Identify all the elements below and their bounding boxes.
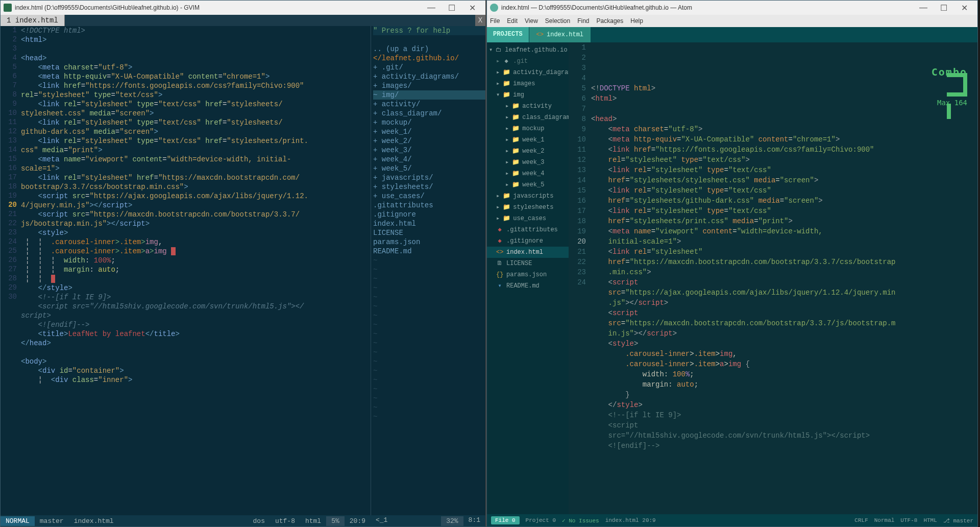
gvim-statusline: NORMAL master index.html dos utf-8 html … (1, 515, 485, 526)
netrw-item[interactable]: index.html (373, 219, 485, 228)
status-location[interactable]: index.html 20:9 (605, 517, 656, 523)
netrw-item[interactable]: LICENSE (373, 228, 485, 237)
tree-item[interactable]: ▸📁class_diagram (487, 112, 569, 123)
atom-menubar[interactable]: FileEditViewSelectionFindPackagesHelp (487, 15, 977, 27)
netrw-item[interactable]: + images/ (373, 81, 485, 90)
atom-tab-active[interactable]: <> index.html (529, 27, 591, 42)
tree-item[interactable]: ◆.gitignore (487, 235, 569, 247)
vim-encoding: utf-8 (270, 517, 300, 525)
tree-item[interactable]: ▸📁activity_diagrams (487, 67, 569, 78)
menu-item-selection[interactable]: Selection (545, 17, 570, 25)
menu-item-find[interactable]: Find (577, 17, 589, 25)
menu-item-file[interactable]: File (490, 17, 500, 25)
netrw-item[interactable]: + javascripts/ (373, 173, 485, 182)
atom-statusbar: File 0 Project 0 ✓ No Issues index.html … (487, 514, 977, 526)
netrw-item[interactable]: + activity_diagrams/ (373, 72, 485, 81)
combo-icon (947, 73, 967, 97)
projects-header: PROJECTS (487, 27, 529, 42)
atom-tabbar: PROJECTS <> index.html (487, 27, 977, 42)
tree-item[interactable]: ▾README.md (487, 280, 569, 292)
netrw-item[interactable]: README.md (373, 247, 485, 256)
netrw-item[interactable]: + week_5/ (373, 164, 485, 173)
atom-window-title: index.html — D:\off99555\Documents\GitHu… (501, 4, 692, 11)
close-button[interactable]: ✕ (954, 2, 974, 14)
gvim-tabline: 1 index.html X (1, 15, 485, 26)
netrw-item[interactable]: + week_3/ (373, 146, 485, 155)
tree-item[interactable]: ▸📁javascripts (487, 190, 569, 202)
status-encoding[interactable]: UTF-8 (900, 517, 917, 523)
tree-item[interactable]: {}params.json (487, 269, 569, 280)
netrw-item[interactable]: + week_4/ (373, 155, 485, 164)
vim-filetype: html (300, 517, 326, 525)
netrw-item[interactable]: ~ img/ (373, 90, 485, 100)
vim-filename: index.html (69, 517, 119, 525)
tree-item[interactable]: ▸📁week_2 (487, 146, 569, 157)
netrw-item[interactable]: params.json (373, 237, 485, 247)
vim-percent: 5% (326, 516, 345, 526)
gvim-tab[interactable]: 1 index.html (1, 15, 65, 26)
html-file-icon: <> (536, 31, 544, 38)
netrw-position: 8:1 (463, 516, 485, 526)
atom-window: index.html — D:\off99555\Documents\GitHu… (486, 0, 978, 527)
netrw-item[interactable]: + activity/ (373, 100, 485, 109)
gvim-editor[interactable]: <!DOCTYPE html><html><head> <meta charse… (21, 26, 371, 515)
menu-item-edit[interactable]: Edit (507, 17, 518, 25)
tree-item[interactable]: ▸📁images (487, 78, 569, 89)
netrw-item[interactable]: + mockup/ (373, 118, 485, 127)
maximize-button[interactable]: ☐ (934, 2, 954, 14)
gvim-window-title: index.html (D:\off99555\Documents\GitHub… (15, 4, 200, 11)
gvim-gutter: 1234567891011121314151617181920212223242… (1, 26, 21, 515)
tree-item[interactable]: ▸📁week_4 (487, 168, 569, 179)
tree-item[interactable]: <>index.html (487, 247, 569, 258)
netrw-item[interactable]: + week_2/ (373, 136, 485, 146)
tree-item[interactable]: ▸📁use_cases (487, 213, 569, 224)
atom-titlebar[interactable]: index.html — D:\off99555\Documents\GitHu… (487, 1, 977, 15)
tree-item[interactable]: ▸📁week_3 (487, 157, 569, 168)
gvim-titlebar[interactable]: index.html (D:\off99555\Documents\GitHub… (1, 1, 485, 15)
netrw-item[interactable]: + stylesheets/ (373, 182, 485, 191)
menu-item-packages[interactable]: Packages (597, 17, 624, 25)
netrw-item[interactable]: + week_1/ (373, 127, 485, 136)
atom-tree-view[interactable]: ▾🗀leafnet.github.io [master]▸◆.git▸📁acti… (487, 42, 569, 514)
maximize-button[interactable]: ☐ (442, 2, 462, 14)
status-vim-mode[interactable]: Normal (874, 517, 895, 523)
status-crlf[interactable]: CRLF (854, 517, 868, 523)
netrw-item[interactable]: + class_diagram/ (373, 109, 485, 118)
menu-item-help[interactable]: Help (630, 17, 643, 25)
netrw-item[interactable]: .gitignore (373, 210, 485, 219)
atom-app-icon (490, 4, 498, 12)
tree-item[interactable]: ▾📁img (487, 89, 569, 101)
tree-item[interactable]: 🗎LICENSE (487, 258, 569, 269)
netrw-item[interactable]: .gitattributes (373, 201, 485, 210)
gvim-netrw-pane[interactable]: " Press ? for help.. (up a dir)</leafnet… (371, 26, 485, 515)
tree-item[interactable]: ▸◆.git (487, 56, 569, 67)
netrw-percent: 32% (441, 516, 463, 526)
gvim-tab-close[interactable]: X (475, 15, 485, 26)
vim-mode: NORMAL (1, 516, 35, 526)
tree-root[interactable]: ▾🗀leafnet.github.io [master] (487, 44, 569, 56)
status-project[interactable]: Project 0 (526, 517, 556, 523)
tree-item[interactable]: ▸📁stylesheets (487, 202, 569, 213)
tree-item[interactable]: ▸📁week_1 (487, 134, 569, 146)
netrw-item[interactable]: + use_cases/ (373, 191, 485, 201)
menu-item-view[interactable]: View (525, 17, 538, 25)
atom-gutter: 123456789101112131415161718192021222324 (569, 42, 591, 514)
atom-tab-label: index.html (547, 31, 583, 38)
gvim-window: index.html (D:\off99555\Documents\GitHub… (0, 0, 486, 527)
vim-position: 20:9 (345, 517, 371, 525)
status-file-pill[interactable]: File 0 (491, 516, 520, 524)
tree-item[interactable]: ◆.gitattributes (487, 224, 569, 235)
minimize-button[interactable]: — (421, 2, 442, 14)
netrw-item[interactable]: + .git/ (373, 63, 485, 72)
atom-editor[interactable]: Combo Max 164 <!DOCTYPE html><html><head… (591, 42, 977, 514)
minimize-button[interactable]: — (913, 2, 934, 14)
close-button[interactable]: ✕ (462, 2, 482, 14)
status-git-branch[interactable]: ⎇ master (943, 517, 973, 524)
vim-branch: master (35, 517, 69, 525)
tree-item[interactable]: ▸📁mockup (487, 123, 569, 134)
tree-item[interactable]: ▸📁activity (487, 101, 569, 112)
status-language[interactable]: HTML (923, 517, 937, 523)
tree-item[interactable]: ▸📁week_5 (487, 179, 569, 190)
status-issues[interactable]: ✓ No Issues (562, 517, 599, 524)
vim-fileformat: dos (248, 517, 270, 525)
